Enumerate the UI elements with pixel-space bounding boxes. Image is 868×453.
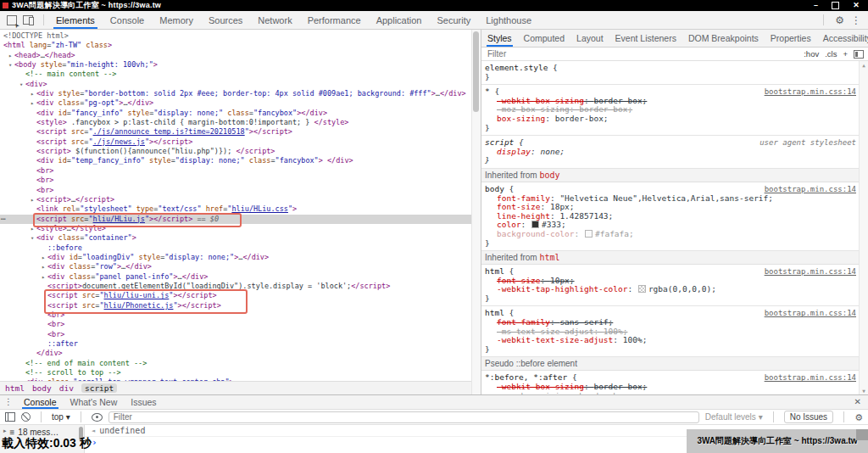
- dom-tree-row[interactable]: ▸<div class="row">…</div>: [0, 262, 471, 271]
- dom-tree-row[interactable]: ▾<div>: [0, 80, 471, 89]
- dom-tree-row[interactable]: ::after: [0, 339, 471, 349]
- dom-tree-row[interactable]: ▸<div class="panel panel-info">…</div>: [0, 272, 471, 282]
- dom-tree-row[interactable]: <!-- main content -->: [0, 70, 471, 79]
- breadcrumb-item-script[interactable]: script: [81, 383, 117, 393]
- computed-sidebar-icon[interactable]: [854, 50, 864, 59]
- no-issues-badge[interactable]: No Issues: [784, 411, 833, 423]
- cls-button[interactable]: .cls: [825, 49, 837, 59]
- drawer-close-icon[interactable]: ✕: [854, 397, 861, 407]
- breadcrumb-item-html[interactable]: html: [5, 383, 25, 393]
- node-link[interactable]: body: [539, 171, 559, 180]
- style-declaration[interactable]: -moz-box-sizing: border-box;: [485, 392, 856, 394]
- styles-tab-event-listeners[interactable]: Event Listeners: [609, 30, 682, 47]
- inspect-element-icon[interactable]: [7, 15, 17, 25]
- dom-tree-row[interactable]: <script src="./js/news.js"></script>: [0, 137, 471, 147]
- dom-tree-row[interactable]: <div id="fancy_info" style="display: non…: [0, 109, 471, 118]
- clear-console-icon[interactable]: [21, 412, 31, 422]
- drawer-tab-console[interactable]: Console: [17, 395, 64, 409]
- dom-tree-row[interactable]: <br>: [0, 310, 471, 320]
- minimize-button[interactable]: –: [814, 2, 818, 9]
- dom-tree-row[interactable]: ▸<script>…</script>: [0, 195, 471, 204]
- dom-tree-row[interactable]: <br>: [0, 330, 471, 339]
- dom-tree-row[interactable]: <!-- scroll to top -->: [0, 368, 471, 378]
- styles-tab-accessibility[interactable]: Accessibility: [817, 30, 868, 47]
- tab-elements[interactable]: Elements: [48, 11, 103, 29]
- style-declaration[interactable]: display: none;: [485, 148, 856, 157]
- styles-filter-input[interactable]: [486, 48, 798, 59]
- styles-scrollbar[interactable]: ▲ ▼: [859, 61, 868, 394]
- dom-tree-row[interactable]: <br>: [0, 166, 471, 176]
- settings-gear-icon[interactable]: ⚙: [835, 15, 844, 25]
- dom-tree-row[interactable]: <br>: [0, 176, 471, 185]
- dom-tree-row[interactable]: <script src="./js/announce_temp.js?time=…: [0, 127, 471, 137]
- main-menu-icon[interactable]: ⋮: [851, 15, 861, 25]
- dom-tree-row[interactable]: ▸<div id="loadingDiv" style="display: no…: [0, 253, 471, 262]
- maximize-button[interactable]: [832, 2, 839, 9]
- stylesheet-link[interactable]: user agent stylesheet: [760, 138, 856, 148]
- dom-tree-row[interactable]: ▸<div style="border-bottom: solid 2px #e…: [0, 89, 471, 98]
- styles-tab-computed[interactable]: Computed: [518, 30, 570, 47]
- node-link[interactable]: html: [539, 253, 559, 262]
- tab-network[interactable]: Network: [250, 11, 299, 29]
- dom-tree-row[interactable]: ▸<style>…</style>: [0, 224, 471, 233]
- styles-tab-dom-breakpoints[interactable]: DOM Breakpoints: [682, 30, 765, 47]
- styles-tab-layout[interactable]: Layout: [570, 30, 609, 47]
- console-sidebar-toggle-icon[interactable]: [5, 412, 15, 422]
- stylesheet-link[interactable]: bootstrap.min.css:14: [765, 87, 856, 97]
- dom-tree-row[interactable]: <script>document.getElementById("loading…: [0, 282, 471, 291]
- style-declaration[interactable]: -webkit-tap-highlight-color: rgba(0,0,0,…: [485, 285, 856, 294]
- dom-tree-row[interactable]: ▸<div class="pg-opt">…</div>: [0, 98, 471, 108]
- scroll-down-icon[interactable]: ▼: [862, 388, 865, 394]
- dom-tree-row[interactable]: <br>: [0, 320, 471, 329]
- console-filter-input[interactable]: [108, 411, 699, 423]
- tab-console[interactable]: Console: [103, 11, 152, 29]
- stylesheet-link[interactable]: bootstrap.min.css:14: [765, 185, 856, 194]
- stylesheet-link[interactable]: bootstrap.min.css:14: [765, 309, 856, 318]
- dom-tree-row[interactable]: <html lang="zh-TW" class>: [0, 41, 471, 50]
- dom-tree-row[interactable]: ⋯<script src="hliu/HLiu.js"></script> ==…: [0, 215, 471, 224]
- close-button[interactable]: ✕: [853, 2, 860, 9]
- breadcrumb-item-body[interactable]: body: [32, 383, 52, 393]
- console-settings-gear-icon[interactable]: ⚙: [854, 412, 863, 422]
- dom-tree-row[interactable]: ▸<head>…</head>: [0, 51, 471, 60]
- tab-lighthouse[interactable]: Lighthouse: [478, 11, 539, 29]
- tab-security[interactable]: Security: [429, 11, 478, 29]
- dom-tree-row[interactable]: <style> .fancybox > p:last-child { margi…: [0, 118, 471, 127]
- dom-tree-row[interactable]: <div id="temp_fancy_info" style="display…: [0, 156, 471, 165]
- style-declaration[interactable]: -webkit-text-size-adjust: 100%;: [485, 336, 856, 345]
- style-declaration[interactable]: line-height: 1.42857143;: [485, 212, 856, 221]
- drawer-tab-issues[interactable]: Issues: [124, 395, 163, 409]
- dom-tree-row[interactable]: <script> $(function(){announce("hliu.php…: [0, 147, 471, 156]
- hov-button[interactable]: :hov: [804, 49, 819, 59]
- device-toolbar-icon[interactable]: [23, 15, 33, 25]
- elements-scrollbar[interactable]: [471, 30, 481, 394]
- stylesheet-link[interactable]: bootstrap.min.css:14: [765, 373, 856, 383]
- style-declaration[interactable]: box-sizing: border-box;: [485, 115, 856, 124]
- dom-tree-row[interactable]: <!DOCTYPE html>: [0, 31, 471, 41]
- scrollbar-thumb[interactable]: [473, 31, 479, 112]
- dom-tree-row[interactable]: ▾<div class="scroll-top-wrapper text-cen…: [0, 378, 471, 381]
- dom-tree-row[interactable]: <!-- end of main content -->: [0, 359, 471, 368]
- twisty-icon[interactable]: ▾: [17, 378, 25, 381]
- new-style-rule-button[interactable]: +: [843, 49, 848, 59]
- style-declaration[interactable]: background-color: #fafafa;: [485, 230, 856, 239]
- scroll-up-icon[interactable]: ▲: [862, 62, 865, 68]
- dom-tree-row[interactable]: <link rel="stylesheet" type="text/css" h…: [0, 204, 471, 214]
- dom-tree-row[interactable]: ▾<body style="min-height: 100vh;">: [0, 60, 471, 70]
- dom-tree-row[interactable]: <br>: [0, 186, 471, 195]
- stylesheet-link[interactable]: bootstrap.min.css:14: [765, 267, 856, 277]
- more-actions-icon[interactable]: ⋯: [1, 215, 6, 224]
- breadcrumb-item-div[interactable]: div: [59, 383, 74, 393]
- dom-tree-row[interactable]: ::before: [0, 243, 471, 253]
- styles-tab-styles[interactable]: Styles: [481, 30, 518, 47]
- dom-tree-row[interactable]: </div>: [0, 349, 471, 358]
- execution-context-selector[interactable]: top ▾: [52, 412, 70, 422]
- tab-performance[interactable]: Performance: [300, 11, 369, 29]
- drawer-tab-what-s-new[interactable]: What's New: [64, 395, 125, 409]
- styles-tab-properties[interactable]: Properties: [765, 30, 817, 47]
- drawer-menu-icon[interactable]: ⋮: [0, 397, 17, 407]
- tab-application[interactable]: Application: [369, 11, 430, 29]
- tab-memory[interactable]: Memory: [152, 11, 201, 29]
- dom-tree-row[interactable]: <script src="hliu/liu-uni.js"></script>: [0, 291, 471, 300]
- dom-tree-row[interactable]: ▾<div class="container">: [0, 233, 471, 243]
